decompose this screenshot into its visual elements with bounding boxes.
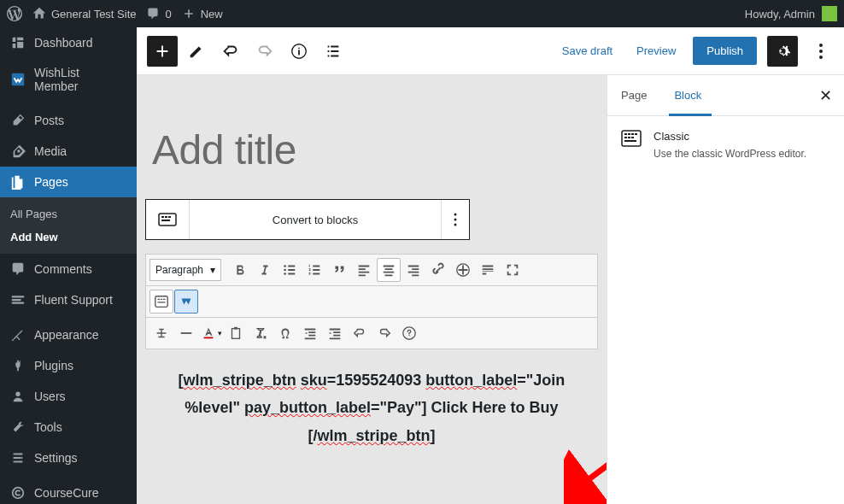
avatar — [822, 6, 837, 21]
new-content-link[interactable]: New — [182, 7, 223, 21]
align-center-button[interactable] — [377, 258, 401, 282]
fullscreen-button[interactable] — [501, 258, 525, 282]
greeting: Howdy, Admin — [745, 8, 815, 21]
block-editor: Save draft Preview Publish Add title Con… — [137, 27, 844, 504]
text-color-button[interactable]: ▾ — [199, 321, 223, 345]
indent-button[interactable] — [323, 321, 347, 345]
classic-editor-toolbar: Paragraph▾ — [145, 254, 598, 349]
sidebar-item-posts[interactable]: Posts — [0, 105, 137, 136]
svg-rect-32 — [631, 133, 634, 135]
help-button[interactable] — [397, 321, 421, 345]
align-right-button[interactable] — [401, 258, 425, 282]
classic-block-icon[interactable] — [146, 200, 190, 239]
sidebar-label-appearance: Appearance — [34, 328, 99, 342]
bold-button[interactable] — [228, 258, 252, 282]
svg-point-8 — [819, 44, 823, 47]
svg-rect-24 — [203, 337, 213, 339]
sidebar-label-fluent: Fluent Support — [34, 293, 113, 307]
link-button[interactable] — [426, 258, 450, 282]
save-draft-button[interactable]: Save draft — [555, 39, 619, 62]
special-char-button[interactable] — [273, 321, 297, 345]
editor-canvas[interactable]: Add title Convert to blocks Paragraph▾ — [137, 75, 607, 504]
new-label: New — [201, 8, 223, 21]
settings-toggle-button[interactable] — [767, 36, 798, 67]
more-options-button[interactable] — [808, 44, 834, 59]
redo-editor-button[interactable] — [372, 321, 396, 345]
paste-text-button[interactable] — [224, 321, 248, 345]
format-select[interactable]: Paragraph▾ — [149, 259, 221, 281]
post-title-input[interactable]: Add title — [145, 92, 598, 199]
hr-button[interactable] — [174, 321, 198, 345]
redo-button[interactable] — [249, 36, 280, 67]
wp-logo[interactable] — [7, 6, 22, 21]
classic-editor-content[interactable]: [wlm_stripe_btn sku=1595524093 button_la… — [145, 366, 598, 449]
sidebar-label-plugins: Plugins — [34, 359, 73, 372]
info-button[interactable] — [284, 36, 314, 67]
sidebar-item-appearance[interactable]: Appearance — [0, 319, 137, 350]
comments-link[interactable]: 0 — [146, 7, 171, 21]
svg-rect-30 — [624, 133, 627, 135]
publish-button[interactable]: Publish — [693, 37, 757, 65]
sidebar-submenu-pages: All Pages Add New — [0, 197, 137, 254]
italic-button[interactable] — [253, 258, 277, 282]
classic-block-icon — [621, 130, 642, 147]
tab-page[interactable]: Page — [607, 75, 660, 115]
comments-count: 0 — [165, 8, 171, 21]
svg-rect-12 — [161, 216, 164, 218]
block-toolbar: Convert to blocks — [145, 199, 470, 240]
sidebar-item-wishlist[interactable]: WishList Member — [0, 58, 137, 101]
wishlist-plugin-button[interactable] — [174, 290, 198, 314]
svg-point-9 — [819, 50, 823, 53]
clear-formatting-button[interactable] — [249, 321, 273, 345]
edit-mode-button[interactable] — [181, 36, 212, 67]
align-left-button[interactable] — [352, 258, 376, 282]
sidebar-item-tools[interactable]: Tools — [0, 412, 137, 442]
sidebar-label-posts: Posts — [34, 114, 64, 127]
block-title: Classic — [654, 130, 806, 143]
svg-point-16 — [454, 214, 457, 216]
undo-editor-button[interactable] — [348, 321, 372, 345]
sidebar-label-dashboard: Dashboard — [34, 36, 93, 50]
svg-rect-33 — [635, 133, 637, 135]
undo-button[interactable] — [215, 36, 246, 67]
kitchen-sink-button[interactable] — [149, 290, 173, 314]
preview-button[interactable]: Preview — [630, 39, 683, 62]
insert-button[interactable] — [451, 258, 475, 282]
svg-point-3 — [15, 453, 17, 455]
sidebar-item-pages[interactable]: Pages — [0, 167, 137, 197]
sidebar-label-pages: Pages — [34, 175, 68, 189]
sidebar-item-coursecure[interactable]: CourseCure — [0, 478, 137, 504]
outline-button[interactable] — [318, 36, 349, 67]
svg-point-6 — [13, 488, 24, 499]
svg-point-19 — [284, 265, 286, 267]
quote-button[interactable] — [327, 258, 351, 282]
svg-rect-26 — [234, 327, 237, 330]
convert-to-blocks-button[interactable]: Convert to blocks — [190, 200, 442, 239]
sidebar-item-fluent[interactable]: Fluent Support — [0, 284, 137, 315]
svg-point-4 — [19, 457, 21, 460]
sidebar-item-comments[interactable]: Comments — [0, 254, 137, 284]
sidebar-item-dashboard[interactable]: Dashboard — [0, 27, 137, 58]
tab-block[interactable]: Block — [660, 75, 715, 115]
outdent-button[interactable] — [298, 321, 322, 345]
svg-point-20 — [284, 269, 286, 272]
sidebar-item-settings[interactable]: Settings — [0, 442, 137, 473]
sidebar-sub-all-pages[interactable]: All Pages — [0, 202, 137, 226]
block-inserter-button[interactable] — [147, 36, 178, 67]
numbers-button[interactable] — [302, 258, 326, 282]
sidebar-item-users[interactable]: Users — [0, 381, 137, 412]
strikethrough-button[interactable] — [149, 321, 173, 345]
svg-point-18 — [454, 224, 457, 226]
sidebar-sub-add-new[interactable]: Add New — [0, 226, 137, 249]
admin-user-menu[interactable]: Howdy, Admin — [745, 6, 837, 21]
sidebar-item-plugins[interactable]: Plugins — [0, 350, 137, 381]
svg-rect-31 — [628, 133, 630, 135]
site-home-link[interactable]: General Test Site — [32, 7, 136, 21]
sidebar-label-tools: Tools — [34, 420, 62, 434]
svg-rect-34 — [624, 137, 627, 138]
block-more-button[interactable] — [442, 200, 469, 239]
bullets-button[interactable] — [278, 258, 302, 282]
sidebar-item-media[interactable]: Media — [0, 136, 137, 167]
close-inspector-button[interactable]: ✕ — [807, 86, 844, 105]
readmore-button[interactable] — [476, 258, 500, 282]
